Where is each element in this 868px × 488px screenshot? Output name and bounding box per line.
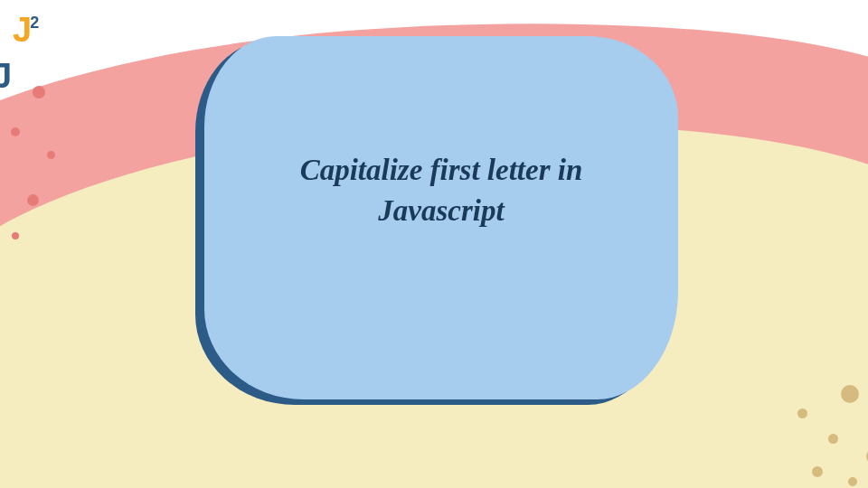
dot-icon xyxy=(33,86,45,99)
dot-icon xyxy=(812,466,823,477)
title-card: Capitalize first letter in Javascript xyxy=(204,36,678,399)
logo-letter-j-orange: J xyxy=(13,11,32,50)
card-title: Capitalize first letter in Javascript xyxy=(241,150,642,230)
dot-icon xyxy=(828,434,838,444)
logo: J2 J xyxy=(13,11,42,89)
dot-icon xyxy=(47,151,55,159)
logo-letter-j-blue: J xyxy=(0,57,12,96)
dot-icon xyxy=(27,194,39,206)
dot-icon xyxy=(797,408,807,418)
dot-icon xyxy=(841,385,859,403)
dot-icon xyxy=(12,232,19,239)
logo-superscript-2: 2 xyxy=(30,14,39,33)
dot-icon xyxy=(848,477,857,486)
dot-icon xyxy=(11,127,20,136)
